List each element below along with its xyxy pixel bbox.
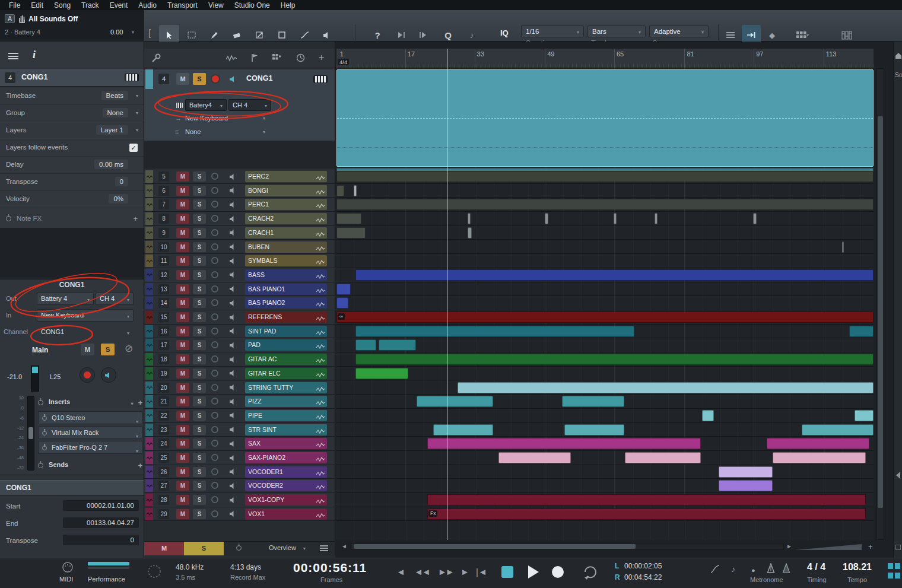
horizontal-scrollbar[interactable]: ◄ ► + [335,541,893,552]
track-row[interactable]: 27MSVOCODER2 [144,479,335,493]
clip[interactable] [379,339,416,351]
menu-item-transport[interactable]: Transport [162,1,203,9]
clip[interactable] [545,213,548,224]
clip[interactable] [336,199,874,210]
record-arm-button[interactable] [211,299,218,306]
monitor-button[interactable] [228,496,237,504]
monitor-button[interactable] [228,299,237,307]
browser-tab-label[interactable]: So [895,71,902,78]
main-time-display[interactable]: 00:00:56:11 [293,561,367,575]
track-row[interactable]: 26MSVOCODER1 [144,465,335,479]
clip[interactable] [719,480,773,491]
monitor-button[interactable] [228,229,237,237]
solo-button[interactable]: S [193,481,206,491]
monitor-button[interactable] [228,313,237,321]
monitor-button[interactable] [228,215,237,223]
clip[interactable]: ∞ [336,312,874,323]
hamburger-menu-icon[interactable] [8,53,18,59]
volume-fader[interactable] [27,396,34,471]
previous-marker-button[interactable]: ◄ [396,567,404,577]
solo-button[interactable]: S [193,354,206,364]
timeline-ruler[interactable]: 1173349658197113 4/4 [336,49,874,68]
list-options-icon[interactable] [320,545,328,551]
performance-label[interactable]: Performance [88,576,125,583]
clip[interactable] [655,213,658,224]
solo-button[interactable]: S [193,368,206,379]
metronome-icon[interactable] [767,563,775,574]
clip[interactable] [433,424,493,436]
inspector-row-value[interactable]: 0% [109,194,128,204]
record-arm-button[interactable] [211,454,218,461]
monitor-button[interactable] [228,370,237,377]
insert-slot[interactable]: FabFilter Pro-Q 2 7▾ [38,441,142,454]
monitor-button[interactable] [228,426,237,434]
mute-button[interactable]: M [176,509,189,519]
monitor-button[interactable] [228,355,237,363]
record-arm-button[interactable] [211,285,218,293]
clip[interactable] [625,452,701,463]
track-row[interactable]: 24MSSAX [144,437,335,451]
clip[interactable] [336,185,344,196]
time-signature-value[interactable]: 4 / 4 [807,562,825,573]
mute-button[interactable]: M [176,340,189,350]
solo-button[interactable]: S [193,340,206,350]
monitor-button[interactable] [228,398,237,405]
inspector-row-value[interactable]: 0.00 ms [94,160,128,169]
mute-button[interactable]: M [176,495,189,505]
record-arm-button[interactable] [211,384,218,391]
mute-button[interactable]: M [176,242,189,252]
track-row[interactable]: 19MSGITAR ELC [144,367,335,381]
mute-button[interactable]: M [176,186,189,196]
channel-record-button[interactable] [80,367,95,383]
record-arm-button[interactable] [211,440,218,447]
add-track-icon[interactable]: + [319,52,324,63]
menu-item-track[interactable]: Track [76,1,104,9]
solo-button[interactable]: S [193,411,206,421]
track-row[interactable]: 21MSPIZZ [144,395,335,409]
monitor-button[interactable] [228,454,237,462]
clip[interactable] [336,213,361,224]
clip[interactable] [773,452,866,463]
record-arm-button[interactable] [211,398,218,405]
track-row[interactable]: 9MSCRACH1 [144,226,335,240]
track-row[interactable]: 8MSCRACH2 [144,212,335,226]
record-arm-button[interactable] [211,201,218,208]
track-row[interactable]: 18MSGITAR AC [144,352,335,367]
global-solo-button[interactable]: S [184,542,224,555]
inserts-header[interactable]: Inserts + ▾ [38,398,142,410]
mute-button[interactable]: M [176,425,189,435]
arrange-lanes[interactable]: ∞Fx [336,68,874,540]
solo-button[interactable]: S [193,186,206,196]
solo-button[interactable]: S [193,495,206,505]
mute-button[interactable]: M [176,199,189,209]
mute-button[interactable]: M [176,481,189,491]
track-row[interactable]: 12MSBASS [144,268,335,282]
record-arm-button[interactable] [211,496,218,503]
plus-icon[interactable]: + [138,398,142,407]
channel-solo-button[interactable]: S [101,344,115,355]
menu-item-file[interactable]: File [4,1,26,9]
clip[interactable] [719,466,773,478]
selected-track-block[interactable]: 4 M S CONG1 Batery4▾ CH 4▾ → New Keyboar… [144,69,335,169]
home-icon[interactable] [895,52,902,59]
clip[interactable] [855,410,874,421]
clip[interactable] [849,326,874,337]
track-row[interactable]: 5MSPERC2 [144,170,335,184]
global-mute-button[interactable]: M [144,542,184,555]
channel-mute-button[interactable]: M [81,344,94,355]
clip[interactable] [355,339,376,351]
note-fx-row[interactable]: Note FX + [0,211,144,228]
record-arm-button[interactable] [211,271,218,278]
record-arm-button[interactable] [211,173,218,180]
waveform-icon[interactable] [226,55,237,62]
power-icon[interactable] [236,545,242,551]
clip[interactable] [562,396,624,407]
track-row[interactable]: 17MSPAD [144,338,335,352]
record-arm-button[interactable] [211,313,218,320]
loop-button[interactable] [580,563,601,581]
clip[interactable] [336,171,874,182]
mute-button[interactable]: M [176,270,189,280]
clip[interactable] [336,227,366,239]
clip[interactable]: Fx [427,508,866,520]
mute-button[interactable]: M [176,171,189,182]
